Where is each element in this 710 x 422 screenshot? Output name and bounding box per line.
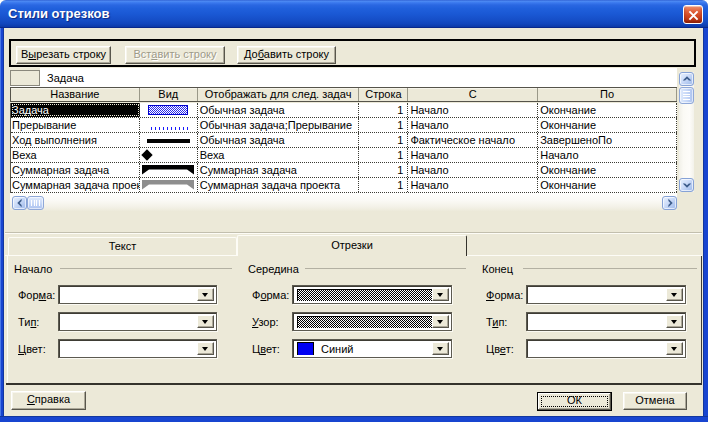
cut-row-label: Вырезать строку <box>21 48 106 60</box>
table-row[interactable]: Суммарная задача проекта Суммарная задач… <box>11 178 677 193</box>
start-shape-combo[interactable] <box>58 285 217 304</box>
combo-field[interactable] <box>529 342 666 355</box>
dropdown-arrow-button[interactable] <box>432 288 449 301</box>
horizontal-scrollbar-thumb[interactable] <box>27 196 44 210</box>
cell-from[interactable]: Фактическое начало <box>408 133 538 147</box>
table-row[interactable]: Веха Веха 1 Начало Начало <box>11 148 677 163</box>
cell-show-for[interactable]: Суммарная задача <box>198 163 360 177</box>
cell-row[interactable]: 1 <box>359 118 408 132</box>
column-header-to[interactable]: По <box>538 88 677 101</box>
pattern-swatch <box>297 316 432 328</box>
cell-name[interactable]: Суммарная задача проекта <box>11 178 140 192</box>
column-header-row[interactable]: Строка <box>359 88 408 101</box>
middle-color-combo[interactable]: Синий <box>292 339 452 358</box>
middle-color-value: Синий <box>321 343 353 355</box>
entry-bar-field[interactable]: Задача <box>40 68 677 88</box>
start-color-combo[interactable] <box>58 339 217 358</box>
tab-text[interactable]: Текст <box>8 237 237 255</box>
cell-from[interactable]: Начало <box>408 148 538 162</box>
combo-field[interactable] <box>61 288 197 301</box>
column-header-from[interactable]: С <box>408 88 538 101</box>
cell-bar-sample[interactable] <box>140 133 198 147</box>
cell-bar-sample[interactable] <box>140 148 198 162</box>
cell-show-for[interactable]: Обычная задача;Прерывание <box>198 118 360 132</box>
table-row[interactable]: Прерывание Обычная задача;Прерывание 1 Н… <box>11 118 677 133</box>
column-header-name[interactable]: Название <box>11 88 140 101</box>
combo-field[interactable]: Синий <box>295 342 432 355</box>
end-color-combo[interactable] <box>526 339 686 358</box>
cell-name[interactable]: Задача <box>11 103 140 117</box>
scroll-left-button[interactable] <box>12 196 27 210</box>
cell-to[interactable]: Окончание <box>538 103 677 117</box>
start-type-combo[interactable] <box>58 312 217 331</box>
scroll-right-button[interactable] <box>662 196 677 210</box>
middle-pattern-combo[interactable] <box>292 312 452 331</box>
dropdown-arrow-button[interactable] <box>197 288 214 301</box>
combo-field[interactable] <box>295 315 432 328</box>
table-row[interactable]: Суммарная задача Суммарная задача 1 Нача… <box>11 163 677 178</box>
cell-from[interactable]: Начало <box>408 103 538 117</box>
cell-show-for[interactable]: Обычная задача <box>198 133 360 147</box>
cell-from[interactable]: Начало <box>408 178 538 192</box>
column-header-show-for[interactable]: Отображать для след. задач <box>198 88 360 101</box>
help-label: Справка <box>27 393 70 405</box>
cell-show-for[interactable]: Суммарная задача проекта <box>198 178 360 192</box>
cell-name[interactable]: Веха <box>11 148 140 162</box>
dropdown-arrow-button[interactable] <box>666 288 683 301</box>
cell-from[interactable]: Начало <box>408 118 538 132</box>
end-type-combo[interactable] <box>526 312 686 331</box>
dropdown-arrow-button[interactable] <box>432 315 449 328</box>
combo-field[interactable] <box>61 342 197 355</box>
title-bar[interactable]: Стили отрезков <box>0 0 708 28</box>
combo-field[interactable] <box>295 288 432 301</box>
column-header-appearance[interactable]: Вид <box>140 88 198 101</box>
cell-name[interactable]: Ход выполнения <box>11 133 140 147</box>
scroll-up-button[interactable] <box>679 72 694 86</box>
cell-to[interactable]: ЗавершеноПо <box>538 133 677 147</box>
cell-bar-sample[interactable] <box>140 178 198 192</box>
close-button[interactable] <box>683 5 703 24</box>
cell-show-for[interactable]: Обычная задача <box>198 103 360 117</box>
scroll-down-button[interactable] <box>679 178 694 192</box>
cell-show-for[interactable]: Веха <box>198 148 360 162</box>
combo-field[interactable] <box>529 288 666 301</box>
cell-row[interactable]: 1 <box>359 163 408 177</box>
cell-to[interactable]: Окончание <box>538 118 677 132</box>
combo-field[interactable] <box>61 315 197 328</box>
combo-field[interactable] <box>529 315 666 328</box>
cell-name[interactable]: Прерывание <box>11 118 140 132</box>
cancel-button[interactable]: Отмена <box>623 392 687 410</box>
screenshot-canvas: Стили отрезков Вырезать строку Вставить … <box>0 0 710 422</box>
tab-text-label: Текст <box>109 240 137 252</box>
cell-row[interactable]: 1 <box>359 148 408 162</box>
cell-row[interactable]: 1 <box>359 178 408 192</box>
cell-row[interactable]: 1 <box>359 103 408 117</box>
dropdown-arrow-button[interactable] <box>432 342 449 355</box>
cell-from[interactable]: Начало <box>408 163 538 177</box>
table-row[interactable]: Задача Обычная задача 1 Начало Окончание <box>11 103 677 118</box>
cell-name[interactable]: Суммарная задача <box>11 163 140 177</box>
dropdown-arrow-button[interactable] <box>197 315 214 328</box>
cell-to[interactable]: Окончание <box>538 178 677 192</box>
help-button[interactable]: Справка <box>11 391 86 410</box>
dropdown-arrow-button[interactable] <box>666 315 683 328</box>
cell-row[interactable]: 1 <box>359 133 408 147</box>
cell-bar-sample[interactable] <box>140 118 198 132</box>
vertical-scrollbar-thumb[interactable] <box>679 87 694 104</box>
cell-bar-sample[interactable] <box>140 103 198 117</box>
ok-button[interactable]: ОК <box>537 392 612 411</box>
dropdown-arrow-button[interactable] <box>197 342 214 355</box>
dropdown-arrow-button[interactable] <box>666 342 683 355</box>
add-row-button[interactable]: Добавить строку <box>237 46 336 64</box>
end-type-label: Тип: <box>486 316 507 328</box>
table-row[interactable]: Ход выполнения Обычная задача 1 Фактичес… <box>11 133 677 148</box>
end-shape-combo[interactable] <box>526 285 686 304</box>
tab-bars[interactable]: Отрезки <box>237 235 467 256</box>
cell-to[interactable]: Начало <box>538 148 677 162</box>
middle-shape-combo[interactable] <box>292 285 452 304</box>
cell-to[interactable]: Окончание <box>538 163 677 177</box>
paste-row-button[interactable]: Вставить строку <box>125 46 225 64</box>
horizontal-scrollbar-track[interactable] <box>10 193 677 211</box>
cell-bar-sample[interactable] <box>140 163 198 177</box>
cut-row-button[interactable]: Вырезать строку <box>16 46 111 64</box>
